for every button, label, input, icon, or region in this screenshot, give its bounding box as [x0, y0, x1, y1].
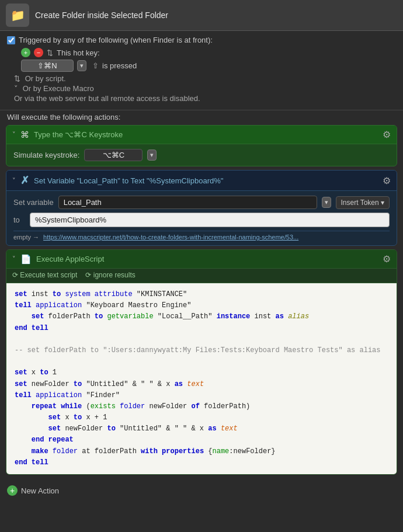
setvariable-name-input[interactable] — [58, 196, 317, 209]
action-execute-applescript: ˅ 📄 Execute AppleScript ⚙ ⟳ Execute text… — [6, 249, 397, 475]
setvariable-row: Set variable ▾ Insert Token ▾ — [13, 196, 390, 209]
expand-arrow-icon: ⇅ — [47, 48, 53, 57]
hotkey-label: This hot key: — [57, 48, 100, 57]
setvariable-expand-icon[interactable]: ˅ — [12, 177, 16, 185]
link-text[interactable]: https://www.macscripter.net/t/how-to-cre… — [43, 234, 298, 241]
action-setvariable-header: ˅ ✗ Set Variable "Local_Path" to Text "%… — [6, 171, 397, 191]
actions-area: ˅ ⌘ Type the ⌥⌘C Keystroke ⚙ Simulate ke… — [0, 125, 403, 481]
new-action-bar: + New Action — [0, 481, 403, 500]
setvariable-label: Set variable — [13, 198, 54, 207]
action-set-variable: ˅ ✗ Set Variable "Local_Path" to Text "%… — [6, 170, 397, 246]
link-note: empty → https://www.macscripter.net/t/ho… — [13, 231, 390, 241]
keystroke-dropdown[interactable]: ▾ — [147, 149, 157, 161]
header: 📁 Create Folder inside Selected Folder — [0, 0, 403, 31]
setvariable-title: Set Variable "Local_Path" to Text "%Syst… — [34, 176, 378, 185]
web-server-note: Or via the web server but all remote acc… — [14, 94, 396, 103]
keystroke-expand-icon[interactable]: ˅ — [12, 131, 16, 138]
to-row: to — [13, 213, 390, 227]
action-keystroke-header: ˅ ⌘ Type the ⌥⌘C Keystroke ⚙ — [6, 126, 397, 144]
insert-token-button[interactable]: Insert Token ▾ — [336, 196, 390, 209]
setvariable-body: Set variable ▾ Insert Token ▾ to empty →… — [6, 191, 397, 245]
applescript-expand-icon[interactable]: ˅ — [12, 255, 16, 263]
add-trigger-button[interactable]: + — [21, 48, 30, 57]
header-icon: 📁 — [6, 4, 29, 27]
applescript-gear-icon[interactable]: ⚙ — [383, 253, 391, 265]
trigger-label: Triggered by any of the following (when … — [19, 36, 213, 44]
ignore-results-option[interactable]: ⟳ ignore results — [85, 271, 135, 279]
keystroke-title: Type the ⌥⌘C Keystroke — [34, 130, 378, 139]
action-type-keystroke: ˅ ⌘ Type the ⌥⌘C Keystroke ⚙ Simulate ke… — [6, 125, 397, 166]
remove-trigger-button[interactable]: − — [34, 48, 43, 57]
hotkey-input[interactable] — [21, 60, 74, 72]
keystroke-cmd-icon: ⌘ — [20, 130, 29, 140]
will-execute-label: Will execute the following actions: — [0, 110, 403, 125]
applescript-doc-icon: 📄 — [20, 254, 32, 265]
setvariable-dropdown[interactable]: ▾ — [322, 197, 331, 208]
shift-icon: ⇧ — [92, 61, 99, 70]
new-action-plus-button[interactable]: + — [7, 485, 18, 496]
trigger-checkbox-row: Triggered by any of the following (when … — [7, 36, 396, 44]
keystroke-label: Simulate keystroke: — [13, 151, 79, 159]
or-execute-macro-label: Or by Execute Macro — [23, 84, 94, 93]
or-script-label: Or by script. — [25, 74, 66, 83]
to-label: to — [13, 215, 25, 224]
applescript-code: set inst to system attribute "KMINSTANCE… — [6, 283, 397, 474]
hotkey-dropdown[interactable]: ▾ — [77, 60, 86, 71]
keystroke-body: Simulate keystroke: ▾ — [6, 144, 397, 166]
hotkey-input-row: ▾ ⇧ is pressed — [21, 60, 396, 72]
setvariable-gear-icon[interactable]: ⚙ — [383, 175, 391, 186]
execute-text-script-option[interactable]: ⟳ Execute text script — [12, 271, 77, 279]
or-execute-macro-row[interactable]: ˅ Or by Execute Macro — [14, 84, 396, 93]
trigger-section: Triggered by any of the following (when … — [0, 31, 403, 110]
to-value-input[interactable] — [30, 213, 390, 227]
applescript-title: Execute AppleScript — [36, 255, 378, 263]
or-script-row[interactable]: ⇅ Or by script. — [14, 74, 396, 83]
hotkey-row: + − ⇅ This hot key: — [21, 48, 396, 57]
header-title: Create Folder inside Selected Folder — [35, 11, 168, 20]
keystroke-value-input[interactable] — [84, 149, 143, 161]
trigger-checkbox[interactable] — [7, 36, 15, 44]
action-applescript-header: ˅ 📄 Execute AppleScript ⚙ — [6, 250, 397, 269]
new-action-label[interactable]: New Action — [21, 486, 59, 495]
keystroke-row: Simulate keystroke: ▾ — [13, 149, 390, 161]
keystroke-gear-icon[interactable]: ⚙ — [383, 129, 391, 140]
is-pressed-label: is pressed — [102, 61, 137, 70]
applescript-options: ⟳ Execute text script ⟳ ignore results — [6, 269, 397, 283]
setvariable-x-icon: ✗ — [20, 174, 29, 187]
link-arrow-icon: empty → — [13, 234, 39, 241]
